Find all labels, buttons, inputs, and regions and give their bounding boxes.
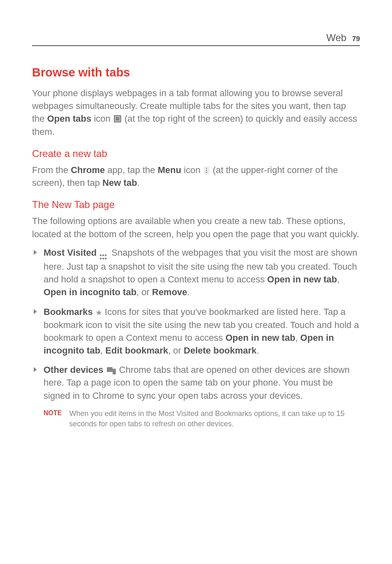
bookmarks-label: Bookmarks xyxy=(44,307,93,317)
bullet-list: Most Visited Snapshots of the webpages t… xyxy=(32,246,360,429)
intro-paragraph: Your phone displays webpages in a tab fo… xyxy=(32,87,360,138)
new-tab-label: New tab xyxy=(102,178,137,188)
text: From the xyxy=(32,165,71,175)
menu-label: Menu xyxy=(158,165,181,175)
bullet-icon xyxy=(34,250,37,255)
section-name: Web xyxy=(326,32,346,44)
bullet-most-visited: Most Visited Snapshots of the webpages t… xyxy=(32,246,360,299)
note: NOTE When you edit items in the Most Vis… xyxy=(32,409,360,429)
most-visited-label: Most Visited xyxy=(44,247,97,258)
bullet-bookmarks: Bookmarks ★ Icons for sites that you've … xyxy=(32,305,360,357)
page-header: Web 79 xyxy=(32,32,360,46)
text: , xyxy=(295,333,300,343)
text: . xyxy=(256,345,259,356)
heading-new-tab-page: The New Tab page xyxy=(32,199,360,210)
chrome-label: Chrome xyxy=(71,165,105,175)
menu-icon xyxy=(204,166,210,174)
note-label: NOTE xyxy=(44,409,62,429)
text: app, tap the xyxy=(105,165,157,175)
bullet-icon xyxy=(34,309,37,314)
text: , xyxy=(337,274,339,284)
text: icon xyxy=(181,165,203,175)
text: . xyxy=(187,287,190,297)
bullet-icon xyxy=(34,367,37,372)
open-tabs-icon xyxy=(114,115,121,123)
text: , or xyxy=(136,287,152,297)
option-edit-bookmark: Edit bookmark xyxy=(105,345,168,356)
option-open-new-tab: Open in new tab xyxy=(226,333,295,343)
create-tab-paragraph: From the Chrome app, tap the Menu icon (… xyxy=(32,164,360,189)
open-tabs-label: Open tabs xyxy=(47,113,92,124)
heading-browse-with-tabs: Browse with tabs xyxy=(32,66,360,79)
text: . xyxy=(137,178,140,188)
page-number: 79 xyxy=(352,35,360,43)
bookmarks-star-icon: ★ xyxy=(95,308,102,317)
option-open-incognito: Open in incognito tab xyxy=(44,287,136,297)
other-devices-label: Other devices xyxy=(44,365,104,375)
bullet-other-devices: Other devices Chrome tabs that are opene… xyxy=(32,363,360,402)
intro-mid: icon xyxy=(91,113,113,124)
option-remove: Remove xyxy=(152,287,187,297)
note-text: When you edit items in the Most Visited … xyxy=(69,409,360,429)
text: , xyxy=(100,345,105,356)
option-open-new-tab: Open in new tab xyxy=(267,274,337,284)
other-devices-icon xyxy=(107,367,116,374)
heading-create-new-tab: Create a new tab xyxy=(32,148,360,159)
option-delete-bookmark: Delete bookmark xyxy=(184,345,256,356)
most-visited-icon xyxy=(100,254,108,260)
new-tab-intro: The following options are available when… xyxy=(32,215,360,240)
text: , or xyxy=(168,345,184,356)
